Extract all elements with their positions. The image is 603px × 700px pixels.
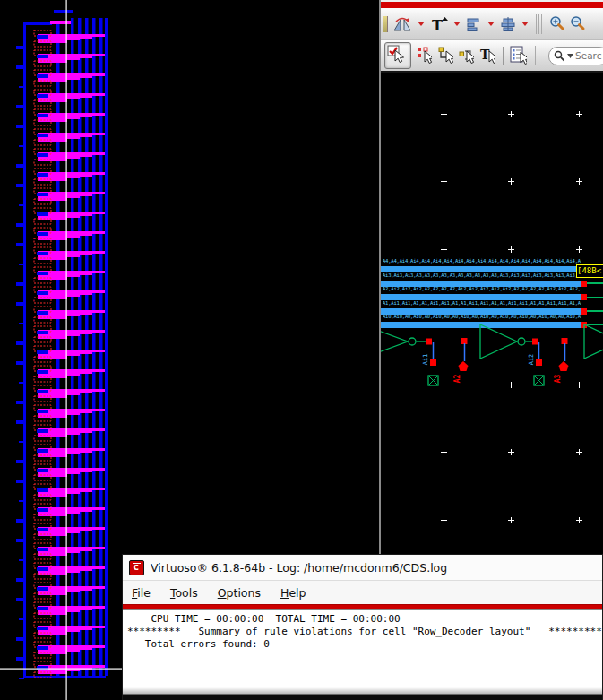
bus-stub-wire (587, 297, 603, 298)
grid-marker (441, 246, 447, 253)
dropdown-arrow-icon[interactable] (453, 22, 461, 26)
cadence-logo-icon: c (129, 560, 144, 575)
log-line: ********* Summary of rule violations for… (127, 626, 602, 638)
log-window: c Virtuoso® 6.1.8-64b - Log: /home/mcdon… (122, 554, 603, 700)
grid-marker (508, 449, 514, 455)
text-style-icon[interactable]: T (429, 15, 449, 33)
bus-pin-square (581, 294, 587, 300)
log-menu-bar: FileToolsOptionsHelp (123, 581, 602, 604)
dropdown-arrow-icon[interactable] (418, 22, 425, 26)
pin-label: A3 (554, 375, 562, 384)
toolbar-separator (503, 47, 504, 65)
bus-stub-wire (587, 310, 603, 312)
grid-marker (576, 449, 582, 455)
align-icon[interactable] (465, 16, 483, 32)
grid-marker (441, 449, 447, 455)
grid-marker (441, 111, 447, 117)
partial-select-icon[interactable] (417, 46, 432, 65)
toolbar-grip[interactable] (535, 46, 540, 65)
toolbar-row-1: T (381, 8, 603, 40)
flip-orientation-icon[interactable] (392, 15, 413, 33)
search-icon (554, 50, 565, 62)
bus-tag-label: [48B< (576, 264, 603, 278)
grid-marker (441, 517, 447, 523)
toolbar-grip[interactable] (536, 14, 543, 34)
bus-net-labels: Ai3,Ai3,Ai3,A3,A3,A3,A3,A3,A3,A3,A3,A3,A… (383, 272, 581, 281)
grid-marker (576, 517, 582, 523)
clipped-icon[interactable] (383, 16, 388, 32)
crosshair-vertical (66, 0, 67, 700)
schematic-canvas[interactable]: A4,A4,Ai4,Ai4,Ai4,Ai4,Ai4,Ai4,Ai4,Ai4,Ai… (381, 73, 603, 554)
search-dropdown-icon (567, 54, 573, 58)
menu-item-options[interactable]: Options (218, 586, 261, 600)
grid-marker (576, 178, 582, 185)
log-output-area: CPU TIME = 00:00:00 TOTAL TIME = 00:00:0… (123, 609, 602, 687)
menu-item-tools[interactable]: Tools (170, 586, 198, 600)
grid-marker (441, 382, 447, 388)
pin-label: A2 (453, 375, 461, 384)
bus-stub-wire (587, 282, 603, 284)
bus-net-labels: A2,Ai2,Ai2,Ai2,A2,A2,A2,A2,Ai2,Ai2,Ai2,A… (383, 286, 581, 294)
bus-net-labels: A1,Ai1,Ai1,A1,A1,Ai1,Ai1,A1,A1,Ai1,Ai1,A… (383, 300, 581, 308)
schematic-window: T (381, 0, 603, 554)
log-title-bar[interactable]: c Virtuoso® 6.1.8-64b - Log: /home/mcdon… (123, 555, 602, 581)
menu-item-file[interactable]: File (132, 586, 151, 600)
form-view-icon[interactable] (510, 46, 527, 65)
net-label: Ai2 (528, 354, 535, 366)
grid-marker (576, 246, 582, 253)
text-select-icon[interactable]: T (479, 46, 495, 65)
grid-marker (576, 382, 582, 388)
svg-text:T: T (480, 48, 490, 62)
log-line: Total errors found: 0 (127, 638, 602, 651)
dropdown-arrow-icon[interactable] (521, 22, 529, 26)
select-mode-icon (387, 44, 409, 64)
net-select-icon[interactable] (437, 46, 452, 65)
grid-marker (508, 382, 514, 388)
zoom-in-icon[interactable] (549, 15, 566, 32)
grid-marker (508, 246, 514, 253)
search-box[interactable] (548, 47, 603, 65)
select-mode-button[interactable] (384, 42, 411, 69)
bus-net-labels: A4,A4,Ai4,Ai4,Ai4,Ai4,Ai4,Ai4,Ai4,Ai4,Ai… (383, 258, 581, 266)
bus-pin-square (581, 281, 587, 287)
decoder-row-cells (16, 30, 105, 679)
grid-marker (441, 178, 447, 185)
grid-marker (508, 111, 514, 117)
log-window-title: Virtuoso® 6.1.8-64b - Log: /home/mcdonm6… (151, 561, 447, 575)
svg-text:T: T (432, 17, 443, 33)
grid-marker (508, 178, 514, 185)
log-line: CPU TIME = 00:00:00 TOTAL TIME = 00:00:0… (127, 613, 602, 626)
menu-item-help[interactable]: Help (280, 586, 306, 600)
banner-red-bar (381, 2, 603, 8)
dropdown-arrow-icon[interactable] (487, 22, 495, 26)
distribute-icon[interactable] (499, 16, 517, 32)
instance-select-icon[interactable] (459, 46, 474, 65)
zoom-out-icon[interactable] (570, 15, 587, 32)
log-splitter[interactable] (123, 687, 602, 695)
grid-marker (576, 111, 582, 117)
log-input-strip[interactable] (123, 695, 602, 700)
grid-marker (508, 517, 514, 523)
search-input[interactable] (575, 50, 602, 61)
inverter-chain (381, 319, 603, 391)
net-label: Ai1 (422, 354, 429, 366)
bus-pin-square (581, 308, 587, 315)
toolbar-row-2: T (381, 40, 603, 73)
